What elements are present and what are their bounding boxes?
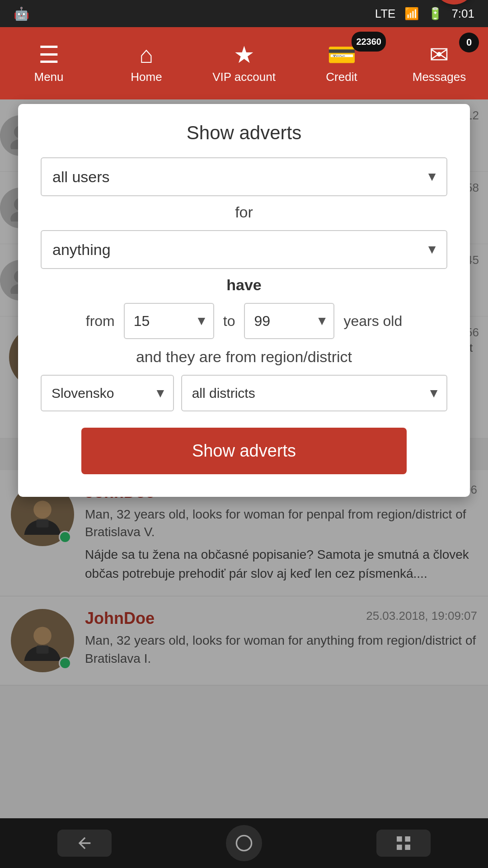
- lte-icon: LTE: [375, 7, 396, 21]
- top-nav: ☰ Menu ⌂ Home ★ VIP account 22360 💳 Cred…: [0, 27, 488, 99]
- nav-home[interactable]: ⌂ Home: [98, 27, 195, 99]
- nav-vip[interactable]: ★ VIP account: [195, 27, 293, 99]
- status-left: 🤖: [14, 6, 29, 21]
- nav-messages-label: Messages: [413, 70, 466, 84]
- show-adverts-button[interactable]: Show adverts: [81, 428, 407, 474]
- dialog-title: Show adverts: [41, 122, 447, 144]
- android-icon: 🤖: [14, 6, 29, 21]
- battery-icon: 🔋: [428, 7, 442, 21]
- messages-icon: ✉: [429, 43, 449, 66]
- have-label: have: [41, 276, 447, 294]
- users-dropdown-wrapper[interactable]: all users men women ▼: [41, 157, 447, 196]
- messages-badge-value: 0: [466, 37, 472, 48]
- purpose-dropdown-wrapper[interactable]: anything friendship relationship serious…: [41, 230, 447, 269]
- region-label: and they are from region/district: [41, 348, 447, 366]
- district-dropdown-wrapper[interactable]: all districts Bratislava I Bratislava II…: [181, 375, 447, 411]
- nav-credit[interactable]: 22360 💳 Credit: [293, 27, 390, 99]
- nav-messages[interactable]: 0 ✉ Messages: [390, 27, 488, 99]
- nav-menu[interactable]: ☰ Menu: [0, 27, 98, 99]
- show-adverts-dialog: Show adverts all users men women ▼ for a…: [18, 104, 470, 497]
- status-bar: 🤖 LTE 📶 🔋 7:01: [0, 0, 488, 27]
- nav-vip-label: VIP account: [212, 70, 276, 84]
- age-row: from 15 16171820 25303540 ▼ to 15202530 …: [41, 303, 447, 339]
- age-from-select[interactable]: 15 16171820 25303540: [124, 303, 214, 339]
- nav-menu-label: Menu: [34, 70, 63, 84]
- age-to-wrapper[interactable]: 15202530 40506070 809099 ▼: [244, 303, 334, 339]
- users-dropdown[interactable]: all users men women: [41, 157, 447, 196]
- from-label: from: [86, 313, 115, 330]
- credit-badge: 22360: [352, 32, 386, 52]
- messages-badge: 0: [459, 33, 479, 52]
- credit-badge-value: 22360: [356, 37, 381, 47]
- to-label: to: [223, 313, 235, 330]
- nav-credit-label: Credit: [326, 70, 357, 84]
- home-icon: ⌂: [139, 43, 153, 66]
- age-to-select[interactable]: 15202530 40506070 809099: [244, 303, 334, 339]
- credit-icon: 💳: [327, 43, 357, 66]
- age-from-wrapper[interactable]: 15 16171820 25303540 ▼: [124, 303, 214, 339]
- time-display: 7:01: [451, 7, 474, 21]
- main-content: ‹ sofárista 12 ct of ‹ 58: [0, 99, 488, 868]
- years-label: years old: [343, 313, 402, 330]
- star-icon: ★: [234, 43, 255, 66]
- region-row: Slovensko Česko ▼ all districts Bratisla…: [41, 375, 447, 411]
- for-label: for: [41, 203, 447, 221]
- district-dropdown[interactable]: all districts Bratislava I Bratislava II…: [181, 375, 447, 411]
- country-dropdown[interactable]: Slovensko Česko: [41, 375, 174, 411]
- purpose-dropdown[interactable]: anything friendship relationship serious…: [41, 230, 447, 269]
- nav-home-label: Home: [131, 70, 162, 84]
- signal-icon: 📶: [404, 7, 419, 21]
- status-right: LTE 📶 🔋 7:01: [375, 7, 474, 21]
- menu-icon: ☰: [38, 43, 60, 66]
- country-dropdown-wrapper[interactable]: Slovensko Česko ▼: [41, 375, 174, 411]
